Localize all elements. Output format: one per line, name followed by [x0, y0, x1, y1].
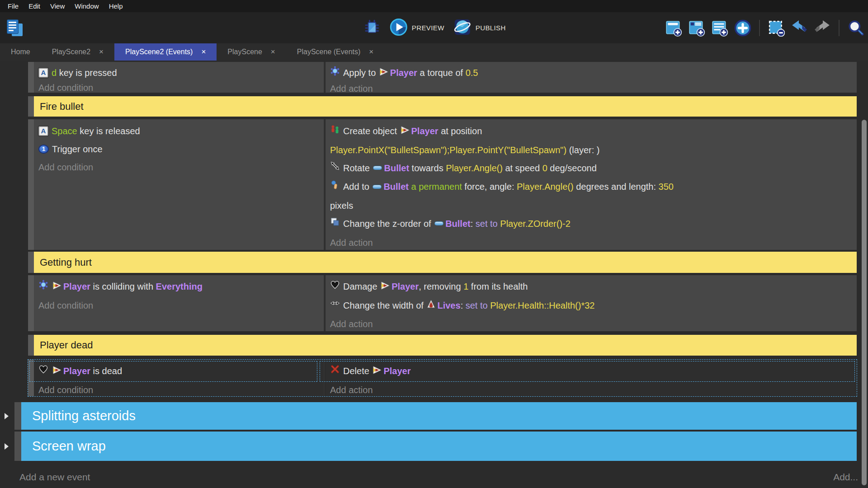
add-condition-button[interactable]: Add condition: [34, 296, 324, 314]
comment-row: Player dead: [28, 335, 857, 356]
toolbar-right: [665, 12, 864, 43]
bullet-icon: [434, 221, 443, 225]
action-line[interactable]: Add to Bullet a permanent force, angle: …: [326, 178, 857, 197]
debug-icon[interactable]: [363, 19, 381, 38]
event-row: Ad key is pressed Add condition Apply to…: [28, 62, 857, 93]
comment-text[interactable]: Fire bullet: [34, 96, 857, 117]
preview-play-icon: [390, 18, 408, 38]
keyboard-key-icon: A: [38, 126, 48, 136]
collapse-arrow-icon[interactable]: [5, 443, 9, 450]
tab-home[interactable]: Home: [0, 43, 41, 61]
event-drag-handle[interactable]: [28, 62, 34, 93]
event-row: ASpace key is released 1Trigger once Add…: [28, 119, 857, 250]
tab-playscene2[interactable]: PlayScene2 ×: [41, 43, 114, 61]
comment-text[interactable]: Getting hurt: [34, 252, 857, 273]
event-drag-handle[interactable]: [28, 275, 34, 331]
tab-bar: Home PlayScene2 × PlayScene2 (Events) × …: [0, 43, 868, 61]
action-line[interactable]: Rotate Bullet towards Player.Angle() at …: [326, 159, 857, 178]
redo-button[interactable]: [814, 19, 831, 37]
group-drag-handle[interactable]: [14, 432, 21, 461]
add-condition-button[interactable]: Add condition: [34, 158, 324, 176]
tab-playscene[interactable]: PlayScene ×: [217, 43, 286, 61]
action-line[interactable]: Change the z-order of Bullet: set to Pla…: [326, 215, 857, 234]
add-subevent-button[interactable]: [688, 19, 705, 37]
publish-button[interactable]: PUBLISH: [453, 18, 506, 38]
menu-window[interactable]: Window: [70, 2, 104, 10]
add-action-button[interactable]: Add action: [326, 234, 857, 252]
delete-icon: [330, 362, 340, 380]
physics-icon: [330, 65, 340, 81]
physics-icon: [38, 277, 48, 296]
gdevelop-window: File Edit View Window Help: [0, 0, 868, 488]
action-line[interactable]: Delete Player: [326, 362, 857, 381]
toolbar-center: PREVIEW PUBLISH: [363, 12, 506, 43]
add-event-button[interactable]: [665, 19, 682, 37]
add-condition-button[interactable]: Add condition: [34, 81, 324, 95]
add-action-button[interactable]: Add action: [326, 82, 857, 96]
search-button[interactable]: [847, 19, 864, 37]
collapse-arrow-icon[interactable]: [5, 413, 9, 419]
comment-drag-handle[interactable]: [28, 252, 34, 273]
delete-selection-button[interactable]: [768, 19, 785, 37]
action-line-wrap[interactable]: pixels: [326, 197, 857, 215]
action-line[interactable]: Create object Player at position: [326, 122, 857, 141]
close-icon[interactable]: ×: [369, 47, 373, 56]
add-new-button[interactable]: [734, 19, 751, 37]
force-icon: [330, 178, 340, 196]
add-condition-button[interactable]: Add condition: [34, 381, 324, 399]
undo-button[interactable]: [791, 19, 808, 37]
toolbar-separator: [759, 20, 760, 36]
group-row-screen-wrap: Screen wrap: [14, 432, 857, 461]
heart-icon: [330, 277, 340, 296]
add-action-button[interactable]: Add action: [326, 381, 857, 399]
group-drag-handle[interactable]: [14, 402, 21, 430]
comment-text[interactable]: Player dead: [34, 335, 857, 356]
conditions-cell: Ad key is pressed Add condition: [34, 62, 325, 93]
close-icon[interactable]: ×: [201, 47, 206, 56]
comment-row: Fire bullet: [28, 96, 857, 117]
event-row-selected: Player is dead Add condition Delete Play…: [28, 360, 857, 396]
comment-drag-handle[interactable]: [28, 96, 34, 117]
group-title[interactable]: Splitting asteroids: [21, 402, 857, 430]
group-title[interactable]: Screen wrap: [21, 432, 857, 461]
action-line[interactable]: Change the width of Lives: set to Player…: [326, 296, 857, 315]
action-line[interactable]: Damage Player, removing 1 from its healt…: [326, 277, 857, 296]
comment-drag-handle[interactable]: [28, 335, 34, 356]
preview-label: PREVIEW: [412, 24, 444, 32]
logo-page-front: [7, 20, 18, 33]
action-line-wrap[interactable]: Player.PointX("BulletSpawn");Player.Poin…: [326, 141, 857, 159]
event-drag-handle[interactable]: [28, 360, 34, 396]
add-new-event-button[interactable]: Add a new event: [19, 466, 90, 488]
player-ship-icon: [373, 362, 382, 380]
gdevelop-logo-icon[interactable]: [6, 19, 24, 37]
create-object-icon: [330, 122, 340, 140]
menu-help[interactable]: Help: [104, 2, 128, 10]
condition-line[interactable]: Player is colliding with Everything: [34, 277, 324, 296]
close-icon[interactable]: ×: [99, 47, 104, 56]
event-drag-handle[interactable]: [28, 119, 34, 250]
tab-playscene2-events[interactable]: PlayScene2 (Events) ×: [114, 43, 217, 61]
tab-label: PlayScene (Events): [297, 48, 361, 56]
event-row: Player is colliding with Everything Add …: [28, 275, 857, 331]
condition-line[interactable]: ASpace key is released: [34, 122, 324, 140]
vertical-scrollbar-thumb[interactable]: [862, 120, 867, 485]
action-line[interactable]: Apply to Player a torque of 0.5: [326, 65, 857, 82]
add-action-button[interactable]: Add action: [326, 315, 857, 333]
condition-line[interactable]: 1Trigger once: [34, 140, 324, 158]
menu-file[interactable]: File: [3, 2, 24, 10]
actions-cell: Delete Player Add action: [326, 360, 857, 396]
menu-edit[interactable]: Edit: [24, 2, 45, 10]
conditions-cell: Player is dead Add condition: [34, 360, 325, 396]
tab-playscene-events[interactable]: PlayScene (Events) ×: [286, 43, 384, 61]
condition-line[interactable]: Player is dead: [34, 362, 324, 381]
preview-button[interactable]: PREVIEW: [390, 18, 444, 38]
conditions-cell: ASpace key is released 1Trigger once Add…: [34, 119, 325, 250]
add-button[interactable]: Add...: [833, 466, 858, 488]
rotate-icon: [330, 159, 340, 177]
add-comment-button[interactable]: [711, 19, 728, 37]
conditions-cell: Player is colliding with Everything Add …: [34, 275, 325, 331]
heart-icon: [38, 362, 48, 380]
close-icon[interactable]: ×: [271, 47, 275, 56]
condition-line[interactable]: Ad key is pressed: [34, 65, 324, 81]
menu-view[interactable]: View: [45, 2, 70, 10]
